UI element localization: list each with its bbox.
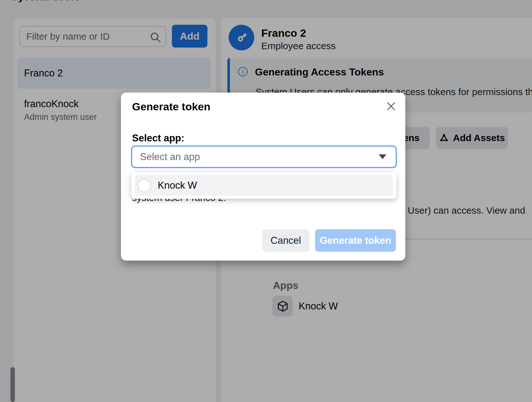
radio-unselected-icon[interactable]	[137, 179, 151, 192]
generate-token-button[interactable]: Generate token	[315, 229, 396, 252]
app-select-dropdown[interactable]: Select an app	[131, 146, 396, 168]
generate-token-modal: Generate token Select app: Select an app…	[121, 93, 405, 261]
app-option-knock-w[interactable]: Knock W	[135, 175, 393, 196]
modal-title: Generate token	[132, 100, 211, 113]
app-select-menu: Knock W	[131, 172, 396, 199]
close-icon[interactable]	[386, 101, 396, 112]
select-app-label: Select app:	[132, 133, 184, 144]
chevron-down-icon	[379, 154, 386, 159]
screen: System users Add Franco 2 francoKnock Ad…	[0, 0, 532, 402]
cancel-button[interactable]: Cancel	[262, 229, 309, 252]
select-placeholder: Select an app	[140, 151, 379, 163]
app-option-label: Knock W	[158, 180, 197, 191]
